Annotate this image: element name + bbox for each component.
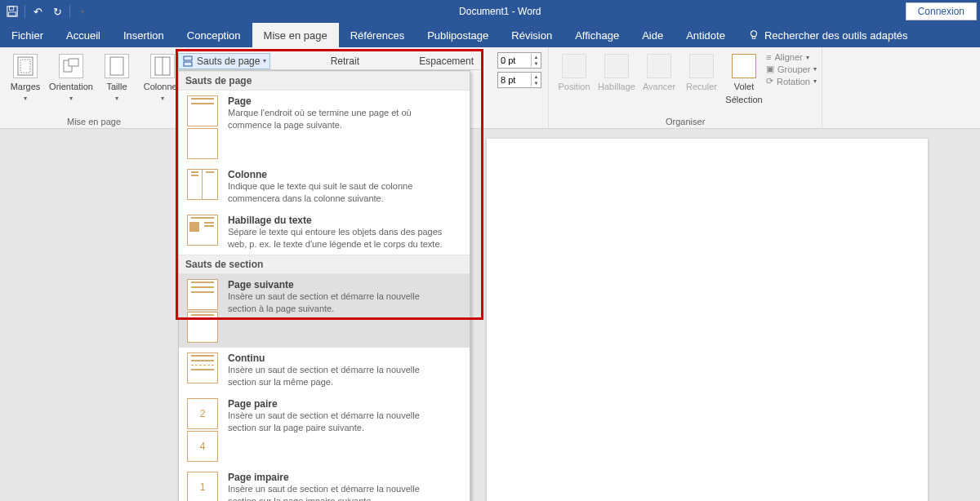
lightbulb-icon <box>748 29 760 41</box>
breaks-dropdown-menu: Sauts de page PageMarque l'endroit où se… <box>178 70 470 501</box>
svg-rect-8 <box>69 59 78 66</box>
rotation-button[interactable]: ⟳Rotation ▾ <box>766 76 817 86</box>
qat-customize-button[interactable]: ▾ <box>74 2 91 20</box>
retrait-label: Retrait <box>331 55 359 67</box>
svg-rect-13 <box>184 62 192 66</box>
spacing-before-input[interactable] <box>498 55 531 65</box>
undo-button[interactable]: ↶ <box>29 2 47 20</box>
aligner-button[interactable]: ≡Aligner ▾ <box>766 52 817 62</box>
section-evenpage-icon-2: 4 <box>187 431 218 462</box>
quick-access-toolbar: ↶ ↻ ▾ <box>0 2 95 20</box>
orientation-button[interactable]: Orientation▾ <box>51 51 91 115</box>
svg-rect-9 <box>110 57 123 75</box>
tell-me-label: Rechercher des outils adaptés <box>764 29 908 42</box>
tab-mise-en-page[interactable]: Mise en page <box>252 23 339 47</box>
document-page[interactable] <box>487 139 928 501</box>
tab-conception[interactable]: Conception <box>176 23 252 47</box>
volet-selection-button[interactable]: VoletSélection <box>724 51 764 104</box>
section-nextpage-icon-2 <box>187 312 218 343</box>
page-break-page-icon-2 <box>187 128 218 159</box>
column-break-icon <box>187 169 218 200</box>
spacing-before-spinner[interactable]: ▲▼ <box>497 52 541 69</box>
tab-revision[interactable]: Révision <box>500 23 564 47</box>
tab-aide[interactable]: Aide <box>630 23 675 47</box>
ribbon: Marges▾ Orientation▾ Taille▾ Colonnes▾ M… <box>0 47 980 129</box>
colonnes-button[interactable]: Colonnes▾ <box>142 51 183 115</box>
svg-point-3 <box>751 31 756 37</box>
section-nextpage-icon <box>187 279 218 310</box>
page-setup-group: Marges▾ Orientation▾ Taille▾ Colonnes▾ M… <box>0 47 189 128</box>
page-break-icon <box>182 55 194 67</box>
group-icon: ▣ <box>766 64 774 74</box>
dd-item-continu[interactable]: ContinuInsère un saut de section et déma… <box>179 348 470 393</box>
page-break-page-icon <box>187 95 218 126</box>
save-button[interactable] <box>3 2 21 20</box>
section-oddpage-icon: 1 <box>187 472 218 501</box>
ribbon-tabs: Fichier Accueil Insertion Conception Mis… <box>0 23 980 47</box>
spacing-after-input[interactable] <box>498 75 531 85</box>
separator <box>24 5 25 18</box>
grouper-button[interactable]: ▣Grouper ▾ <box>766 64 817 74</box>
separator <box>69 5 70 18</box>
avancer-button[interactable]: Avancer <box>639 51 679 91</box>
dd-item-page-impaire[interactable]: 1 3 Page impaireInsère un saut de sectio… <box>179 467 470 501</box>
section-evenpage-icon: 2 <box>187 398 218 429</box>
align-icon: ≡ <box>766 52 771 62</box>
dd-item-colonne[interactable]: ColonneIndique que le texte qui suit le … <box>179 164 470 210</box>
section-continuous-icon <box>187 352 218 384</box>
habillage-button[interactable]: Habillage <box>596 51 637 91</box>
svg-rect-2 <box>9 12 16 16</box>
tab-antidote[interactable]: Antidote <box>675 23 737 47</box>
group-label-page-setup: Mise en page <box>5 115 183 126</box>
tab-references[interactable]: Références <box>339 23 416 47</box>
taille-button[interactable]: Taille▾ <box>96 51 137 115</box>
paragraph-group: ▲▼ ▲▼ <box>491 47 549 128</box>
breaks-button-row: Sauts de page ▾ Retrait Espacement <box>178 52 480 70</box>
dd-item-habillage[interactable]: Habillage du texteSépare le texte qui en… <box>179 210 470 255</box>
dd-item-page-suivante[interactable]: Page suivanteInsère un saut de section e… <box>179 274 470 348</box>
group-label-arrange: Organiser <box>554 115 817 126</box>
tab-fichier[interactable]: Fichier <box>0 23 55 47</box>
tab-affichage[interactable]: Affichage <box>564 23 630 47</box>
svg-rect-1 <box>10 7 14 10</box>
espacement-label: Espacement <box>419 55 474 67</box>
reculer-button[interactable]: Reculer <box>681 51 722 91</box>
dd-item-page[interactable]: PageMarque l'endroit où se termine une p… <box>179 91 470 164</box>
svg-rect-4 <box>752 37 755 39</box>
tab-insertion[interactable]: Insertion <box>112 23 176 47</box>
position-button[interactable]: Position <box>554 51 595 91</box>
marges-button[interactable]: Marges▾ <box>5 51 46 115</box>
rotation-icon: ⟳ <box>766 76 773 86</box>
svg-rect-12 <box>184 56 192 60</box>
spacing-after-spinner[interactable]: ▲▼ <box>497 72 541 88</box>
sauts-de-page-button[interactable]: Sauts de page ▾ <box>178 53 270 69</box>
dd-section-page-breaks: Sauts de page <box>179 71 470 91</box>
title-bar: ↶ ↻ ▾ Document1 - Word Connexion <box>0 0 980 23</box>
redo-button[interactable]: ↻ <box>48 2 66 20</box>
dd-section-section-breaks: Sauts de section <box>179 255 470 274</box>
tell-me-search[interactable]: Rechercher des outils adaptés <box>737 23 920 47</box>
arrange-group: Position Habillage Avancer Reculer Volet… <box>549 47 822 128</box>
dd-item-page-paire[interactable]: 2 4 Page paireInsère un saut de section … <box>179 393 470 467</box>
document-title: Document1 - Word <box>95 6 906 17</box>
text-wrap-break-icon <box>187 215 218 246</box>
tab-publipostage[interactable]: Publipostage <box>416 23 500 47</box>
tab-accueil[interactable]: Accueil <box>55 23 112 47</box>
signin-button[interactable]: Connexion <box>906 2 977 20</box>
